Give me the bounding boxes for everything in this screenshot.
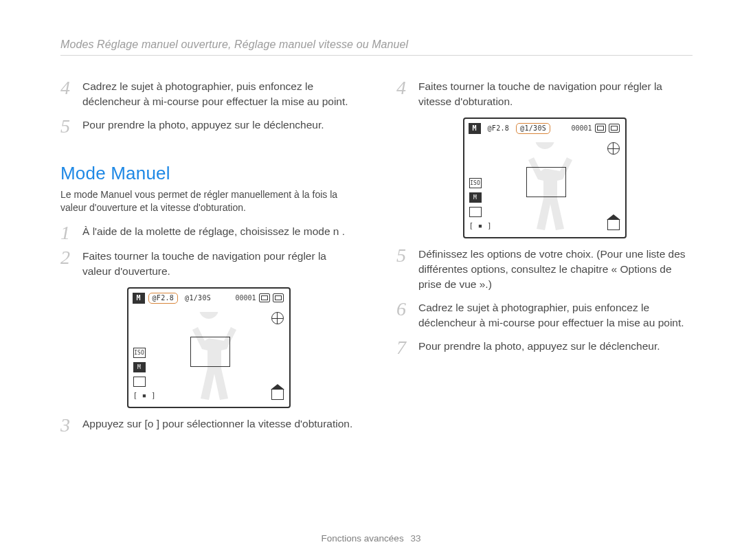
step-item: 5 Pour prendre la photo, appuyez sur le … — [60, 117, 357, 134]
step-item: 3 Appuyez sur [o ] pour sélectionner la … — [60, 416, 357, 433]
manual-page: Modes Réglage manuel ouverture, Réglage … — [0, 0, 742, 560]
step-number: 7 — [396, 340, 412, 355]
step-text: Pour prendre la photo, appuyez sur le dé… — [82, 117, 324, 133]
iso-icon: ISO — [133, 348, 146, 358]
section-intro: Le mode Manuel vous permet de régler man… — [60, 188, 356, 214]
memory-card-icon — [595, 124, 606, 133]
step-text: Cadrez le sujet à photographier, puis en… — [418, 300, 693, 331]
step-item: 4 Cadrez le sujet à photographier, puis … — [60, 79, 357, 109]
page-footer: Fonctions avancées 33 — [0, 533, 742, 544]
af-area-icon: [ ▪ ] — [469, 221, 492, 230]
right-column: 4 Faites tourner la touche de navigation… — [396, 72, 693, 441]
step-item: 4 Faites tourner la touche de navigation… — [396, 79, 693, 109]
camera-lcd: M @F2.8 @1/30S 00001 — [463, 117, 627, 238]
step-number: 5 — [60, 119, 76, 134]
camera-lcd: M @F2.8 @1/30S 00001 — [127, 287, 291, 408]
image-size-icon: M — [133, 362, 146, 372]
battery-icon — [273, 293, 284, 302]
lcd-screenshot-shutter: M @F2.8 @1/30S 00001 — [396, 117, 693, 238]
af-area-icon: [ ▪ ] — [133, 391, 156, 400]
lcd-left-icons: ISO M [ ▪ ] — [133, 348, 156, 400]
step-item: 6 Cadrez le sujet à photographier, puis … — [396, 300, 693, 331]
iso-icon: ISO — [469, 178, 482, 188]
step-item: 5 Définissez les options de votre choix.… — [396, 247, 693, 292]
shots-remaining: 00001 — [235, 294, 256, 302]
step-number: 4 — [396, 80, 412, 96]
page-header: Modes Réglage manuel ouverture, Réglage … — [60, 38, 693, 56]
content-columns: 4 Cadrez le sujet à photographier, puis … — [60, 72, 693, 441]
step-number: 3 — [60, 418, 76, 433]
aperture-readout: @F2.8 — [484, 124, 513, 133]
af-frame — [190, 337, 230, 367]
step-number: 4 — [60, 80, 76, 96]
shutter-readout: @1/30S — [181, 293, 214, 303]
af-frame — [526, 167, 566, 197]
step-item: 7 Pour prendre la photo, appuyez sur le … — [396, 339, 693, 355]
header-title: Modes Réglage manuel ouverture, Réglage … — [60, 38, 408, 50]
step-text: Cadrez le sujet à photographier, puis en… — [82, 79, 357, 109]
step-number: 6 — [396, 302, 412, 317]
step-text: Pour prendre la photo, appuyez sur le dé… — [418, 339, 660, 354]
mode-badge-icon: M — [469, 123, 481, 134]
step-text: À l'aide de la molette de réglage, chois… — [82, 224, 345, 239]
page-number: 33 — [410, 533, 420, 544]
mode-dial-icon — [271, 390, 284, 400]
step-text: Définissez les options de votre choix. (… — [418, 247, 693, 292]
image-size-icon: M — [469, 192, 482, 203]
lcd-left-icons: ISO M [ ▪ ] — [469, 178, 492, 230]
flash-mode-icon — [271, 312, 284, 324]
metering-icon — [133, 377, 146, 387]
left-column: 4 Cadrez le sujet à photographier, puis … — [60, 72, 357, 441]
aperture-readout: @F2.8 — [148, 293, 179, 304]
lcd-top-right: 00001 — [571, 124, 619, 133]
shutter-readout: @1/30S — [516, 123, 550, 134]
section-title: Mode Manuel — [60, 163, 357, 184]
lcd-screenshot-aperture: M @F2.8 @1/30S 00001 — [60, 287, 357, 408]
step-text: Appuyez sur [o ] pour sélectionner la vi… — [82, 416, 352, 432]
footer-section: Fonctions avancées — [322, 533, 404, 544]
lcd-top-right: 00001 — [235, 293, 283, 302]
metering-icon — [469, 207, 482, 217]
step-item: 1 À l'aide de la molette de réglage, cho… — [60, 224, 357, 240]
mode-dial-icon — [607, 220, 620, 230]
shots-remaining: 00001 — [571, 124, 592, 132]
step-number: 1 — [60, 225, 76, 240]
mode-badge-icon: M — [133, 293, 145, 304]
step-text: Faites tourner la touche de navigation p… — [418, 79, 693, 109]
step-item: 2 Faites tourner la touche de navigation… — [60, 249, 357, 279]
step-number: 2 — [60, 250, 76, 265]
memory-card-icon — [259, 293, 270, 302]
step-text: Faites tourner la touche de navigation p… — [82, 249, 357, 279]
flash-mode-icon — [607, 142, 620, 155]
battery-icon — [609, 124, 620, 133]
step-number: 5 — [396, 248, 412, 263]
